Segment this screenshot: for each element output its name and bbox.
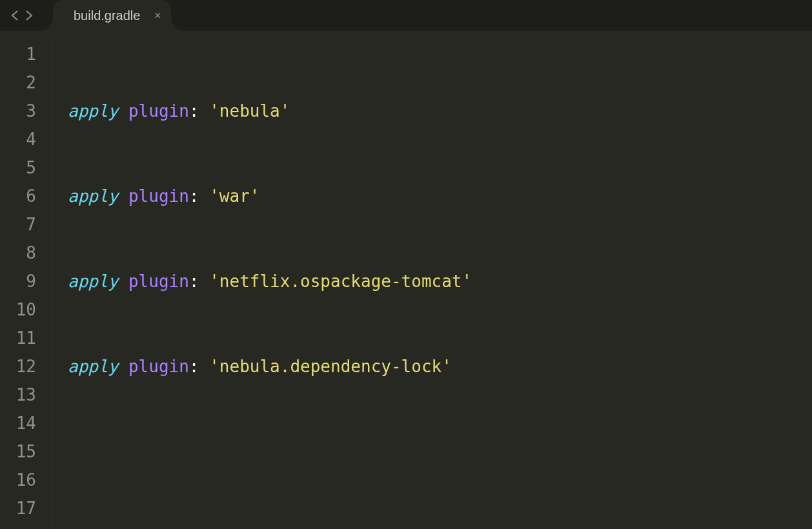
nav-back-button[interactable]	[9, 10, 21, 21]
line-number: 7	[0, 210, 36, 239]
colon: :	[189, 186, 199, 206]
line-number: 6	[0, 182, 36, 210]
line-number: 2	[0, 68, 36, 97]
line-number: 5	[0, 154, 36, 182]
code-line	[68, 437, 812, 466]
line-number: 4	[0, 125, 36, 154]
code-line: apply plugin: 'nebula.dependency-lock'	[68, 352, 812, 381]
editor-pane: 1 2 3 4 5 6 7 8 9 10 11 12 13 14 15 16 1…	[0, 31, 812, 529]
code-line: apply plugin: 'war'	[68, 182, 812, 210]
line-number: 11	[0, 324, 36, 352]
nav-arrows	[0, 10, 40, 21]
code-line: apply plugin: 'netflix.ospackage-tomcat'	[68, 267, 812, 295]
keyword-apply: apply	[68, 186, 118, 206]
line-number: 14	[0, 409, 36, 437]
line-number: 9	[0, 267, 36, 295]
line-number: 1	[0, 40, 36, 68]
keyword-plugin: plugin	[128, 272, 189, 291]
colon: :	[189, 357, 199, 376]
line-number: 15	[0, 437, 36, 466]
file-tab[interactable]: build.gradle ×	[53, 0, 171, 31]
plugin-name: 'netflix.ospackage-tomcat'	[209, 272, 472, 291]
code-area[interactable]: apply plugin: 'nebula' apply plugin: 'wa…	[52, 40, 812, 529]
line-number: 16	[0, 466, 36, 494]
plugin-name: 'war'	[209, 186, 259, 206]
keyword-apply: apply	[68, 101, 118, 121]
line-number: 13	[0, 381, 36, 409]
plugin-name: 'nebula.dependency-lock'	[209, 357, 452, 376]
line-number: 17	[0, 494, 36, 523]
keyword-plugin: plugin	[128, 186, 189, 206]
line-number: 3	[0, 97, 36, 125]
code-line: dependencies {	[68, 523, 812, 529]
colon: :	[189, 101, 199, 121]
close-tab-button[interactable]: ×	[154, 10, 161, 21]
nav-forward-button[interactable]	[23, 10, 35, 21]
keyword-apply: apply	[68, 272, 118, 291]
code-line: apply plugin: 'nebula'	[68, 97, 812, 125]
keyword-apply: apply	[68, 357, 118, 376]
line-number-gutter: 1 2 3 4 5 6 7 8 9 10 11 12 13 14 15 16 1…	[0, 40, 52, 529]
title-bar: build.gradle ×	[0, 0, 812, 31]
file-tab-title: build.gradle	[74, 8, 140, 23]
keyword-plugin: plugin	[128, 357, 189, 376]
colon: :	[189, 272, 199, 291]
line-number: 10	[0, 295, 36, 324]
plugin-name: 'nebula'	[209, 101, 290, 121]
keyword-plugin: plugin	[128, 101, 189, 121]
line-number: 8	[0, 239, 36, 267]
line-number: 12	[0, 352, 36, 381]
